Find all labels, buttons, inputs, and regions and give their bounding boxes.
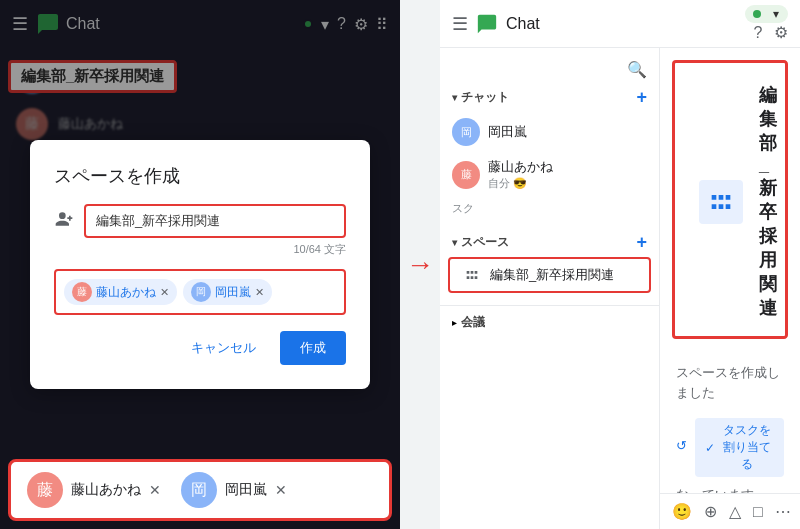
dialog-actions: キャンセル 作成 (54, 331, 346, 365)
group-name-main: 編集部_新卒採用関連 (759, 83, 777, 320)
task-label: タスクを割り当てる (719, 422, 774, 473)
collapse-icon[interactable]: ▸ (452, 317, 457, 328)
task-icon: ✓ (705, 441, 715, 455)
participant-name: 岡田嵐 (225, 481, 267, 499)
chat-sub: 自分 😎 (488, 176, 553, 191)
right-sidebar: 🔍 ▾ チャット + 岡 岡田嵐 藤 藤山あかね 自分 😎 (440, 48, 660, 529)
status-chevron-icon[interactable]: ▾ (773, 7, 779, 21)
add-chat-button[interactable]: + (636, 87, 647, 108)
remove-button[interactable]: ✕ (275, 482, 287, 498)
participants-box: 藤 藤山あかね ✕ 岡 岡田嵐 ✕ (54, 269, 346, 315)
space-name-input[interactable]: 編集部_新卒採用関連 (84, 204, 346, 238)
collapse-icon[interactable]: ▾ (452, 237, 457, 248)
spaces-section-header: ▾ スペース + (440, 228, 659, 257)
remove-participant-button[interactable]: ✕ (255, 286, 264, 299)
sidebar-item-fujiyama[interactable]: 藤 藤山あかね 自分 😎 (440, 152, 659, 197)
participant-bar: 藤 藤山あかね ✕ 岡 岡田嵐 ✕ (8, 459, 392, 521)
assign-task-button[interactable]: ✓ タスクを割り当てる (695, 418, 784, 477)
avatar: 藤 (27, 472, 63, 508)
right-panel: ☰ Chat ▾ ? ⚙ 🔍 ▾ チャット + (440, 0, 800, 529)
participant-name: 藤山あかね (96, 284, 156, 301)
right-header: ☰ Chat ▾ ? ⚙ (440, 0, 800, 48)
arrow-container: → (400, 0, 440, 529)
space-name: 編集部_新卒採用関連 (490, 266, 614, 284)
bottom-toolbar: 🙂 ⊕ △ □ ⋯ (660, 493, 800, 529)
task-link[interactable]: ↺ (676, 438, 687, 453)
participant-bar-item: 藤 藤山あかね ✕ (27, 472, 161, 508)
dialog-input-row: 編集部_新卒採用関連 (54, 204, 346, 238)
task-icon: ↺ (676, 438, 687, 453)
message-area: スペースを作成しました ↺ ✓ タスクを割り当てる なっています メッセージは保… (660, 351, 800, 493)
sidebar-item-okada[interactable]: 岡 岡田嵐 (440, 112, 659, 152)
remove-button[interactable]: ✕ (149, 482, 161, 498)
group-icon (699, 180, 743, 224)
participant-chip: 岡 岡田嵐 ✕ (183, 279, 272, 305)
meetings-label: 会議 (461, 314, 485, 331)
cancel-button[interactable]: キャンセル (179, 331, 268, 365)
right-content: 🔍 ▾ チャット + 岡 岡田嵐 藤 藤山あかね 自分 😎 (440, 48, 800, 529)
search-icon[interactable]: 🔍 (627, 61, 647, 78)
char-count: 10/64 文字 (54, 242, 346, 257)
message-line: なっています (676, 485, 784, 493)
arrow-icon: → (406, 249, 434, 281)
chat-name: 岡田嵐 (488, 123, 527, 141)
drive-icon[interactable]: △ (729, 502, 741, 521)
video-icon[interactable]: □ (753, 503, 763, 521)
create-space-dialog: スペースを作成 編集部_新卒採用関連 10/64 文字 藤 藤山あかね ✕ (30, 140, 370, 389)
dialog-title: スペースを作成 (54, 164, 346, 188)
message-line: スペースを作成しました (676, 363, 784, 402)
chat-logo-icon (476, 13, 498, 35)
left-panel: ☰ Chat ▾ ? ⚙ ⠿ 岡 岡田嵐 藤 藤山あかね 編集部_新卒採用関連 … (0, 0, 400, 529)
emoji-icon[interactable]: 🙂 (672, 502, 692, 521)
space-icon (462, 265, 482, 285)
right-chat-title: Chat (506, 15, 737, 33)
more-icon[interactable]: ⋯ (775, 502, 791, 521)
svg-point-0 (59, 212, 66, 219)
add-space-button[interactable]: + (636, 232, 647, 253)
collapse-icon[interactable]: ▾ (452, 92, 457, 103)
avatar: 岡 (181, 472, 217, 508)
help-icon[interactable]: ? (753, 24, 762, 41)
chats-label: チャット (461, 89, 636, 106)
avatar: 岡 (191, 282, 211, 302)
chats-section-header: ▾ チャット + (440, 83, 659, 112)
right-header-icons: ▾ ? ⚙ (745, 5, 788, 42)
right-main: 編集部_新卒採用関連 スペースを作成しました ↺ ✓ タスクを割り当てる (660, 48, 800, 529)
group-name-display: 編集部_新卒採用関連 (672, 60, 788, 339)
chat-name: 藤山あかね (488, 158, 553, 176)
space-name-value: 編集部_新卒採用関連 (96, 213, 220, 228)
participant-bar-item: 岡 岡田嵐 ✕ (181, 472, 287, 508)
add-people-icon (54, 209, 74, 234)
avatar: 藤 (72, 282, 92, 302)
spaces-label: スペース (461, 234, 636, 251)
remove-participant-button[interactable]: ✕ (160, 286, 169, 299)
space-item-henshubu[interactable]: 編集部_新卒採用関連 (448, 257, 651, 293)
participant-chip: 藤 藤山あかね ✕ (64, 279, 177, 305)
attach-icon[interactable]: ⊕ (704, 502, 717, 521)
avatar: 藤 (452, 161, 480, 189)
settings-icon[interactable]: ⚙ (774, 24, 788, 41)
meetings-section: ▸ 会議 (440, 305, 659, 339)
menu-icon[interactable]: ☰ (452, 13, 468, 35)
dialog-overlay: スペースを作成 編集部_新卒採用関連 10/64 文字 藤 藤山あかね ✕ (0, 0, 400, 529)
message-text: スペースを作成しました (676, 365, 780, 400)
avatar: 岡 (452, 118, 480, 146)
participant-name: 藤山あかね (71, 481, 141, 499)
create-button[interactable]: 作成 (280, 331, 346, 365)
participant-name: 岡田嵐 (215, 284, 251, 301)
